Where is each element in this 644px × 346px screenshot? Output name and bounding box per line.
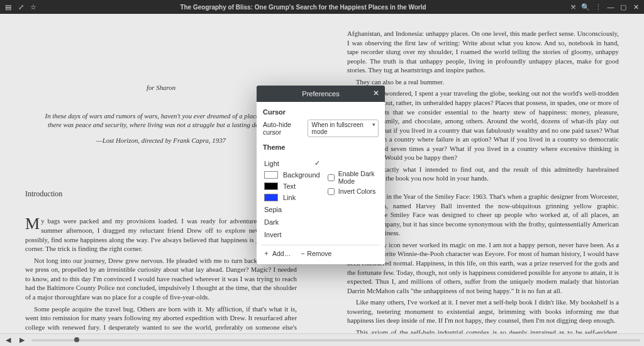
right-p3: What if, I wondered, I spent a year trav… xyxy=(347,89,619,162)
bottom-bar: ◀ ▶ xyxy=(0,333,644,346)
cursor-section-label: Cursor xyxy=(263,108,379,116)
theme-background[interactable]: Background xyxy=(263,169,321,181)
theme-invert-label: Invert xyxy=(264,231,282,238)
invert-colors-option[interactable]: Invert Colors xyxy=(328,187,379,195)
theme-dark[interactable]: Dark xyxy=(263,216,379,228)
enable-dark-mode-checkbox[interactable] xyxy=(328,174,335,181)
minimize-icon[interactable]: — xyxy=(606,3,615,11)
check-icon: ✓ xyxy=(314,159,320,167)
swatch-text xyxy=(264,182,278,190)
close-window-icon[interactable]: ✕ xyxy=(631,3,640,11)
autohide-cursor-label: Auto-hide cursor xyxy=(263,121,303,136)
enable-dark-mode-label: Enable Dark Mode xyxy=(338,170,379,185)
add-theme-button[interactable]: ＋ Add… xyxy=(263,249,291,258)
right-p5: I was born in the Year of the Smiley Fac… xyxy=(347,192,619,238)
maximize-icon[interactable]: ▢ xyxy=(619,3,628,11)
divider xyxy=(262,245,380,245)
theme-text-label: Text xyxy=(283,182,296,190)
add-theme-label: Add… xyxy=(272,250,291,257)
right-p4: That is exactly what I intended to find … xyxy=(347,165,619,183)
close-icon[interactable]: ✕ xyxy=(371,88,381,98)
minus-icon: − xyxy=(301,250,304,257)
theme-text[interactable]: Text xyxy=(263,181,321,192)
theme-link-label: Link xyxy=(283,194,296,201)
right-p8: This axiom of the self-help industrial c… xyxy=(347,328,619,333)
theme-section-label: Theme xyxy=(263,143,379,151)
search-icon[interactable]: 🔍 xyxy=(581,3,590,11)
remove-theme-button[interactable]: − Remove xyxy=(301,249,331,258)
remove-theme-label: Remove xyxy=(307,250,331,257)
progress-slider[interactable] xyxy=(31,339,640,342)
theme-background-label: Background xyxy=(283,171,320,179)
right-p1: Afghanistan, and Indonesia: unhappy plac… xyxy=(347,29,619,75)
autohide-cursor-value: When in fullscreen mode xyxy=(312,121,364,135)
dialog-header[interactable]: Preferences ✕ xyxy=(257,86,385,102)
theme-light-label: Light xyxy=(264,160,279,167)
right-p2: They can also be a real bummer. xyxy=(347,77,619,87)
right-p7: Like many others, I've worked at it. I n… xyxy=(347,298,619,325)
prev-page-button[interactable]: ◀ xyxy=(4,336,13,345)
left-p3: Some people acquire the travel bug. Othe… xyxy=(25,304,297,334)
titlebar: ▤ ⤢ ☆ The Geography of Bliss: One Grump'… xyxy=(0,0,644,14)
theme-sepia[interactable]: Sepia xyxy=(263,203,379,216)
swatch-link xyxy=(264,194,278,201)
open-icon[interactable]: ⤢ xyxy=(16,3,25,11)
progress-knob[interactable] xyxy=(74,337,79,342)
invert-colors-label: Invert Colors xyxy=(338,187,376,195)
swatch-background xyxy=(264,171,278,179)
next-page-button[interactable]: ▶ xyxy=(18,336,26,345)
epigraph: In these days of wars and rumors of wars… xyxy=(44,111,278,130)
right-p6: That happy icon never worked its magic o… xyxy=(347,240,619,295)
dialog-title: Preferences xyxy=(302,90,339,98)
menu-icon[interactable]: ⋮ xyxy=(594,3,602,11)
preferences-dialog: Preferences ✕ Cursor Auto-hide cursor Wh… xyxy=(257,86,385,264)
theme-link[interactable]: Link xyxy=(263,192,321,203)
theme-light[interactable]: Light ✓ xyxy=(263,157,321,169)
invert-colors-checkbox[interactable] xyxy=(328,188,335,195)
plus-icon: ＋ xyxy=(263,249,270,258)
theme-sepia-label: Sepia xyxy=(264,206,282,213)
theme-dark-label: Dark xyxy=(264,218,279,226)
window-title: The Geography of Bliss: One Grump's Sear… xyxy=(38,4,569,11)
theme-invert[interactable]: Invert xyxy=(263,228,379,241)
sidebar-toggle-icon[interactable]: ▤ xyxy=(4,3,13,11)
star-icon[interactable]: ☆ xyxy=(29,3,38,11)
zoom-icon[interactable]: ⤧ xyxy=(569,3,577,11)
autohide-cursor-select[interactable]: When in fullscreen mode xyxy=(308,120,379,137)
enable-dark-mode-option[interactable]: Enable Dark Mode xyxy=(328,170,379,185)
